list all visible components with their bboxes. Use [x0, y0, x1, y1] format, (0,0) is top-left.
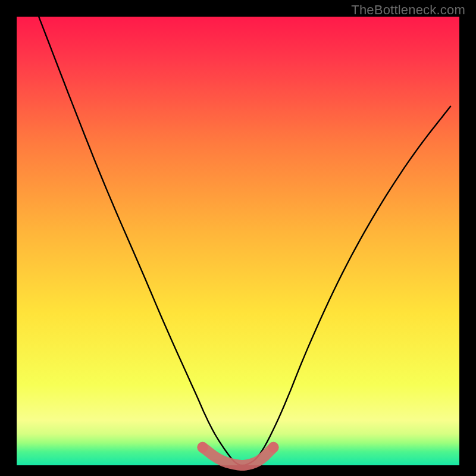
bottleneck-chart: [0, 0, 476, 476]
highlight-dot-right: [268, 442, 279, 453]
plot-background: [17, 17, 459, 465]
highlight-dot-left: [197, 442, 208, 453]
chart-frame: TheBottleneck.com: [0, 0, 476, 476]
